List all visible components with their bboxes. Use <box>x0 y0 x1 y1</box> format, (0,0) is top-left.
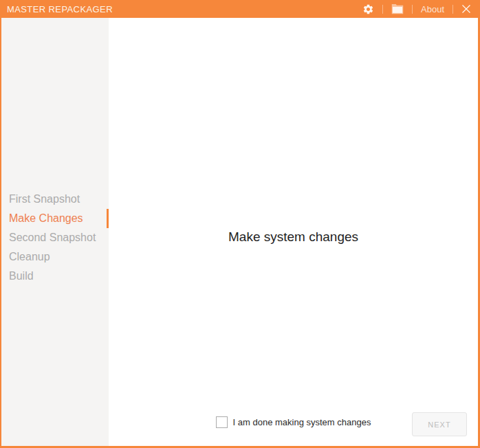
about-button[interactable]: About <box>421 4 444 14</box>
next-button[interactable]: NEXT <box>412 412 467 436</box>
folder-icon <box>391 3 404 14</box>
titlebar-separator <box>412 5 413 14</box>
gear-icon <box>362 3 374 15</box>
sidebar-item-label: Cleanup <box>9 251 50 262</box>
titlebar: MASTER REPACKAGER About <box>0 0 480 18</box>
sidebar-item-second-snapshot[interactable]: Second Snapshot <box>1 228 109 247</box>
window-body: First Snapshot Make Changes Second Snaps… <box>1 18 478 446</box>
sidebar-item-cleanup[interactable]: Cleanup <box>1 247 109 267</box>
step-instruction: Make system changes <box>109 229 478 245</box>
sidebar-item-label: First Snapshot <box>9 193 80 205</box>
close-icon <box>461 4 471 14</box>
sidebar-item-label: Second Snapshot <box>9 232 96 243</box>
titlebar-actions: About <box>362 0 480 18</box>
titlebar-separator <box>382 5 383 14</box>
main-content: Make system changes I am done making sys… <box>109 18 478 446</box>
done-checkbox[interactable] <box>216 416 228 428</box>
wizard-steps: First Snapshot Make Changes Second Snaps… <box>1 190 109 286</box>
app-window: MASTER REPACKAGER About <box>0 0 480 448</box>
wizard-sidebar: First Snapshot Make Changes Second Snaps… <box>1 18 109 446</box>
sidebar-item-first-snapshot[interactable]: First Snapshot <box>1 190 109 209</box>
settings-button[interactable] <box>362 0 374 18</box>
app-title: MASTER REPACKAGER <box>0 4 113 14</box>
titlebar-separator <box>452 5 453 14</box>
sidebar-item-build[interactable]: Build <box>1 267 109 286</box>
close-button[interactable] <box>461 0 471 18</box>
sidebar-item-label: Build <box>9 270 34 282</box>
sidebar-item-label: Make Changes <box>9 212 83 224</box>
sidebar-item-make-changes[interactable]: Make Changes <box>1 209 109 228</box>
done-checkbox-label[interactable]: I am done making system changes <box>233 417 371 427</box>
open-folder-button[interactable] <box>391 0 404 18</box>
